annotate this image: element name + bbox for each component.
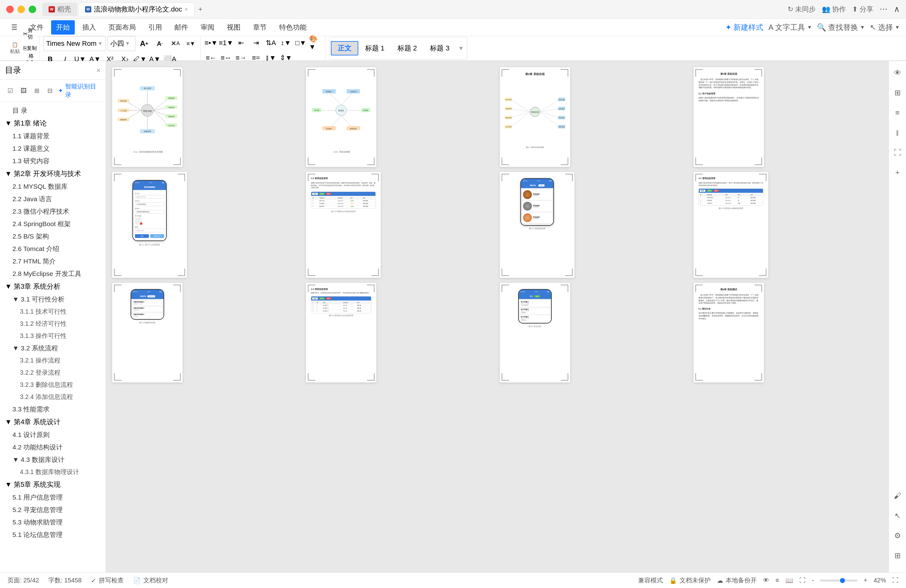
toc-item[interactable]: ▼ 3.2 系统流程 — [0, 342, 105, 354]
toc-item[interactable]: 1.2 课题意义 — [0, 142, 105, 155]
toc-item[interactable]: 4.2 功能结构设计 — [0, 441, 105, 453]
line-spacing-button[interactable]: ↕▼ — [279, 36, 293, 50]
toc-item[interactable]: ▼ 第4章 系统设计 — [0, 416, 105, 429]
cursor-tool-button[interactable]: ↖ — [891, 509, 904, 523]
menu-view[interactable]: 视图 — [222, 20, 246, 35]
border-shading-button[interactable]: □▼ — [294, 36, 308, 50]
compat-mode[interactable]: 兼容模式 — [638, 576, 663, 585]
backup-status[interactable]: ☁ 本地备份开 — [717, 576, 757, 585]
zoom-in-button[interactable]: + — [864, 577, 868, 584]
menu-hamburger[interactable]: ☰ — [6, 21, 22, 34]
toc-item[interactable]: 3.1.3 操作可行性 — [0, 330, 105, 342]
toc-item[interactable]: ▼ 第3章 系统分析 — [0, 280, 105, 293]
menu-chapter[interactable]: 章节 — [248, 20, 272, 35]
menu-review[interactable]: 审阅 — [196, 20, 219, 35]
toc-item[interactable]: 3.1.2 经济可行性 — [0, 318, 105, 330]
collab-button[interactable]: 👥 协作 — [822, 5, 846, 14]
toc-item[interactable]: ▼ 第2章 开发环境与技术 — [0, 167, 105, 180]
protect-status[interactable]: 🔒 文档未保护 — [669, 576, 711, 585]
style-heading3[interactable]: 标题 3 — [424, 42, 456, 55]
toc-item[interactable]: 3.2.3 删除信息流程 — [0, 379, 105, 391]
cut-button[interactable]: ✂ 剪切 — [23, 27, 37, 41]
expand-button[interactable]: ⛶ — [892, 577, 898, 584]
toc-item[interactable]: 2.1 MYSQL 数据库 — [0, 180, 105, 193]
apps-tool-button[interactable]: ⊞ — [891, 549, 904, 563]
toc-item[interactable]: 2.7 HTML 简介 — [0, 255, 105, 268]
style-normal[interactable]: 正文 — [331, 41, 358, 56]
shading-button[interactable]: 🎨▼ — [309, 36, 323, 50]
list-bullet-button[interactable]: ≡•▼ — [204, 36, 218, 50]
sort-button[interactable]: ⇅A — [264, 36, 278, 50]
sync-button[interactable]: ↻ 未同步 — [788, 5, 816, 14]
tab-doc[interactable]: W 流浪动物救助小程序论文.doc × — [78, 3, 195, 16]
toc-item[interactable]: 3.1.1 技术可行性 — [0, 306, 105, 318]
list-number-button[interactable]: ≡1▼ — [219, 36, 233, 50]
text-tools-button[interactable]: A 文字工具 ▼ — [768, 22, 812, 32]
toc-item[interactable]: ▼ 3.1 可行性分析 — [0, 293, 105, 306]
toc-item[interactable]: 2.2 Java 语言 — [0, 193, 105, 205]
zoom-out-button[interactable]: - — [812, 577, 814, 584]
settings-tool-button[interactable]: ⚙ — [891, 529, 904, 543]
select-button[interactable]: ↖ 选择 ▼ — [870, 22, 900, 32]
page-thumb-4[interactable]: 第5章 系统实现 进入到这个环节，意味着我们的整个开发框架已经完全成功，下一步就… — [694, 67, 764, 167]
page-thumb-11[interactable]: WeChat11:38■■■ 论坛 发帖 帖子标题14 发帖人：用户A 论 — [500, 283, 570, 382]
word-count[interactable]: 字数: 15458 — [48, 576, 81, 585]
menu-layout[interactable]: 页面布局 — [104, 20, 141, 35]
new-tab-button[interactable]: + — [196, 5, 205, 14]
toc-item[interactable]: ▼ 第5章 系统实现 — [0, 478, 105, 491]
ai-recognize-button[interactable]: ✦ 智能识别目录 — [58, 82, 100, 99]
style-heading1[interactable]: 标题 1 — [359, 42, 391, 55]
toc-item[interactable]: ▼ 4.3 数据库设计 — [0, 453, 105, 466]
zoom-level[interactable]: 42% — [874, 577, 886, 584]
more-options-icon[interactable]: ⋯ — [879, 4, 888, 14]
indent-increase-button[interactable]: ⇥ — [249, 36, 263, 50]
tab-wps[interactable]: W 稻壳 — [42, 3, 77, 16]
toc-item[interactable]: 1.1 课题背景 — [0, 130, 105, 142]
list-tool-button[interactable]: ≡ — [891, 106, 904, 120]
zoom-fit-button[interactable]: ⛶ — [891, 146, 904, 159]
menu-mail[interactable]: 邮件 — [169, 20, 193, 35]
menu-start[interactable]: 开始 — [51, 20, 75, 35]
toc-item[interactable]: 2.8 MyEclipse 开发工具 — [0, 268, 105, 280]
toc-item[interactable]: 5.1 论坛信息管理 — [0, 529, 105, 541]
toc-item[interactable]: 4.1 设计原则 — [0, 429, 105, 441]
toc-grid-view[interactable]: ⊞ — [32, 85, 42, 96]
menu-insert[interactable]: 插入 — [77, 20, 101, 35]
toc-item[interactable]: 5.2 寻宠信息管理 — [0, 504, 105, 516]
clear-format-button[interactable]: ✕A — [169, 37, 182, 51]
toc-image-view[interactable]: 🖼 — [18, 85, 29, 96]
font-size-selector[interactable]: 小四 ▼ — [107, 36, 136, 51]
toc-checkbox-view[interactable]: ☑ — [5, 85, 16, 96]
page-info[interactable]: 页面: 25/42 — [8, 576, 39, 585]
toc-item[interactable]: 3.2.1 操作流程 — [0, 354, 105, 367]
toc-item[interactable]: 目 录 — [0, 104, 105, 117]
font-increase-button[interactable]: A+ — [137, 37, 151, 51]
toc-item[interactable]: 3.3 性能需求 — [0, 403, 105, 416]
page-thumb-6[interactable]: 4.3 管理信息管理 如图5.2是管理员进行寻宠信息管理的页面，能看到寻宠信息的… — [306, 172, 381, 278]
maximize-window-button[interactable] — [29, 6, 36, 13]
menu-special[interactable]: 特色功能 — [274, 20, 311, 35]
toc-item[interactable]: 1.3 研究内容 — [0, 155, 105, 167]
brush-tool-button[interactable]: 🖌 — [891, 489, 904, 503]
toc-item[interactable]: 3.2.2 登录流程 — [0, 367, 105, 379]
page-thumb-12[interactable]: 第6章 系统测试 进入到这个环节，意味着我们的整个开发框架已经完全成功，下一步就… — [694, 283, 764, 382]
collapse-icon[interactable]: ∧ — [894, 4, 900, 14]
toc-item[interactable]: 4.3.1 数据库物理设计 — [0, 466, 105, 478]
toc-item[interactable]: ▼ 第1章 绪论 — [0, 117, 105, 130]
fullscreen-button[interactable]: ⛶ — [799, 577, 806, 584]
add-tool-button[interactable]: + — [891, 166, 904, 179]
toc-item[interactable]: 5.3 动物求助管理 — [0, 516, 105, 529]
close-window-button[interactable] — [6, 6, 14, 13]
indent-decrease-button[interactable]: ⇤ — [234, 36, 248, 50]
toc-item[interactable]: 2.5 B/S 架构 — [0, 230, 105, 242]
page-thumb-5[interactable]: WeChat11:38■■■ 流浪动物救助 用户名 请输入用户名 手机号 — [112, 172, 187, 278]
menu-reference[interactable]: 引用 — [143, 20, 167, 35]
view-tool-button[interactable]: 👁 — [891, 66, 904, 80]
toc-item[interactable]: 5.1 用户信息管理 — [0, 491, 105, 504]
toc-item[interactable]: 3.2.4 添加信息流程 — [0, 391, 105, 403]
page-thumb-3[interactable]: 第5章 系统实现 系统实现 用户管理 — [500, 67, 570, 167]
page-thumb-1[interactable]: 系统功能 用户管理 动物管理 — [112, 67, 183, 167]
char-spacing-button[interactable]: ≡▼ — [184, 37, 198, 51]
toc-item[interactable]: 2.6 Tomcat 介绍 — [0, 242, 105, 255]
sidebar-close-button[interactable]: × — [96, 66, 100, 75]
